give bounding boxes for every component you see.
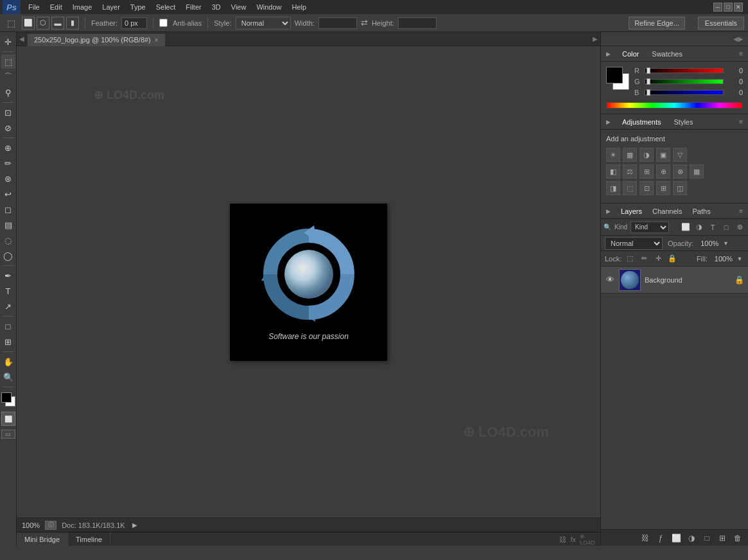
menu-edit[interactable]: Edit bbox=[45, 2, 67, 12]
move-tool[interactable]: ✛ bbox=[1, 35, 15, 49]
selective-color-icon[interactable]: ◫ bbox=[673, 181, 687, 195]
status-arrow[interactable]: ▶ bbox=[130, 521, 139, 530]
hue-sat-icon[interactable]: ◧ bbox=[606, 164, 620, 179]
lock-position-btn[interactable]: ✛ bbox=[652, 253, 664, 265]
paths-tab[interactable]: Paths bbox=[690, 206, 713, 216]
blend-mode-select[interactable]: Normal Dissolve Multiply Screen bbox=[605, 237, 663, 250]
pen-tool[interactable]: ✒ bbox=[1, 268, 15, 283]
menu-help[interactable]: Help bbox=[287, 2, 312, 12]
menu-filter[interactable]: Filter bbox=[180, 2, 206, 12]
menu-window[interactable]: Window bbox=[251, 2, 286, 12]
curves-icon[interactable]: ◑ bbox=[639, 148, 654, 162]
swatches-tab[interactable]: Swatches bbox=[648, 49, 686, 59]
pixel-filter-btn[interactable]: ⬜ bbox=[680, 222, 691, 233]
menu-layer[interactable]: Layer bbox=[97, 2, 125, 12]
lock-paint-btn[interactable]: ✏ bbox=[638, 253, 650, 265]
eyedropper-tool[interactable]: ⊘ bbox=[1, 121, 15, 135]
crop-tool[interactable]: ⊡ bbox=[1, 105, 15, 119]
minimize-button[interactable]: ─ bbox=[713, 3, 722, 12]
eraser-tool[interactable]: ◻ bbox=[1, 202, 15, 216]
gradient-tool[interactable]: ▤ bbox=[1, 218, 15, 232]
panel-collapse-left[interactable]: ◀ bbox=[17, 32, 27, 46]
exposure-icon[interactable]: ▣ bbox=[656, 148, 670, 162]
link-layers-btn[interactable]: ⛓ bbox=[639, 532, 652, 544]
menu-view[interactable]: View bbox=[226, 2, 252, 12]
adjustments-tab[interactable]: Adjustments bbox=[618, 117, 665, 127]
path-select-tool[interactable]: ↗ bbox=[1, 299, 15, 313]
layer-visibility-toggle[interactable]: 👁 bbox=[605, 275, 615, 285]
add-style-btn[interactable]: ƒ bbox=[654, 532, 667, 544]
quick-mask-btn[interactable]: ⬜ bbox=[1, 412, 15, 426]
tab-close-icon[interactable]: × bbox=[155, 37, 159, 44]
vibrance-icon[interactable]: ▽ bbox=[673, 148, 687, 162]
menu-file[interactable]: File bbox=[23, 2, 45, 12]
dodge-tool[interactable]: ◯ bbox=[1, 249, 15, 263]
smart-filter-btn[interactable]: ⊛ bbox=[734, 222, 745, 233]
fg-swatch[interactable] bbox=[606, 67, 623, 83]
menu-select[interactable]: Select bbox=[151, 2, 181, 12]
color-panel-menu[interactable]: ≡ bbox=[739, 50, 743, 57]
bottom-fx-icon[interactable]: fx bbox=[570, 536, 576, 543]
photo-filter-icon[interactable]: ⊕ bbox=[656, 164, 670, 179]
gradient-map-icon[interactable]: ⊞ bbox=[656, 181, 670, 195]
adjust-panel-menu[interactable]: ≡ bbox=[739, 118, 743, 125]
b-slider[interactable] bbox=[645, 90, 724, 95]
opacity-arrow[interactable]: ▼ bbox=[721, 239, 730, 248]
new-adj-layer-btn[interactable]: ◑ bbox=[685, 532, 698, 544]
lock-all-btn[interactable]: 🔒 bbox=[666, 253, 678, 265]
new-group-btn[interactable]: □ bbox=[700, 532, 713, 544]
posterize-icon[interactable]: ⬚ bbox=[623, 181, 637, 195]
adj-filter-btn[interactable]: ◑ bbox=[693, 222, 705, 233]
row-select-btn[interactable]: ▬ bbox=[51, 17, 64, 30]
foreground-color[interactable] bbox=[1, 392, 12, 403]
color-balance-icon[interactable]: ⚖ bbox=[623, 164, 637, 179]
threshold-icon[interactable]: ⊡ bbox=[639, 181, 654, 195]
delete-layer-btn[interactable]: 🗑 bbox=[731, 532, 744, 544]
refine-edge-button[interactable]: Refine Edge... bbox=[629, 17, 685, 30]
close-button[interactable]: ✕ bbox=[734, 3, 743, 12]
brightness-icon[interactable]: ☀ bbox=[606, 148, 620, 162]
menu-image[interactable]: Image bbox=[67, 2, 98, 12]
lasso-tool[interactable]: ⌒ bbox=[1, 70, 15, 84]
3d-tool[interactable]: ⊞ bbox=[1, 335, 15, 349]
zoom-info-btn[interactable]: ⓘ bbox=[45, 521, 57, 530]
layers-panel-menu[interactable]: ≡ bbox=[739, 207, 743, 214]
clone-stamp-tool[interactable]: ⊛ bbox=[1, 171, 15, 186]
col-select-btn[interactable]: ▮ bbox=[66, 17, 79, 30]
new-layer-btn[interactable]: ⊞ bbox=[716, 532, 729, 544]
g-thumb[interactable] bbox=[647, 78, 650, 85]
screen-mode-btn[interactable]: ▭ bbox=[1, 430, 15, 439]
history-brush-tool[interactable]: ↩ bbox=[1, 187, 15, 201]
channel-mixer-icon[interactable]: ⊗ bbox=[673, 164, 687, 179]
rect-marquee-tool[interactable]: ⬚ bbox=[1, 55, 15, 69]
color-swatch[interactable] bbox=[1, 392, 15, 407]
document-tab[interactable]: 250x250_logo.jpg @ 100% (RGB/8#) × bbox=[27, 33, 166, 46]
round-select-btn[interactable]: ⬡ bbox=[37, 17, 49, 30]
fill-arrow[interactable]: ▼ bbox=[735, 254, 744, 263]
lock-pixels-btn[interactable]: ⬚ bbox=[624, 253, 636, 265]
add-mask-btn[interactable]: ⬜ bbox=[670, 532, 683, 544]
menu-type[interactable]: Type bbox=[125, 2, 151, 12]
quick-select-tool[interactable]: ⚲ bbox=[1, 85, 15, 100]
feather-input[interactable] bbox=[121, 17, 147, 29]
color-spectrum[interactable] bbox=[606, 102, 743, 109]
color-lookup-icon[interactable]: ▦ bbox=[690, 164, 704, 179]
kind-select[interactable]: Kind bbox=[631, 222, 669, 233]
style-select[interactable]: Normal Fixed Ratio Fixed Size bbox=[236, 17, 291, 30]
maximize-button[interactable]: □ bbox=[724, 3, 733, 12]
menu-3d[interactable]: 3D bbox=[207, 2, 226, 12]
r-thumb[interactable] bbox=[647, 67, 650, 74]
spot-heal-tool[interactable]: ⊕ bbox=[1, 141, 15, 155]
shape-tool[interactable]: □ bbox=[1, 319, 15, 333]
mini-bridge-tab[interactable]: Mini Bridge bbox=[17, 532, 68, 546]
blur-tool[interactable]: ◌ bbox=[1, 233, 15, 247]
g-slider[interactable] bbox=[645, 79, 724, 84]
right-panel-arrow[interactable]: ◀▶ bbox=[731, 35, 745, 42]
antialias-checkbox[interactable] bbox=[159, 19, 168, 27]
timeline-tab[interactable]: Timeline bbox=[68, 532, 110, 546]
color-tab[interactable]: Color bbox=[618, 49, 643, 59]
essentials-button[interactable]: Essentials bbox=[698, 17, 744, 30]
type-filter-btn[interactable]: T bbox=[707, 222, 718, 233]
layer-row[interactable]: 👁 Background 🔒 bbox=[601, 267, 748, 293]
bw-icon[interactable]: ⊞ bbox=[639, 164, 654, 179]
